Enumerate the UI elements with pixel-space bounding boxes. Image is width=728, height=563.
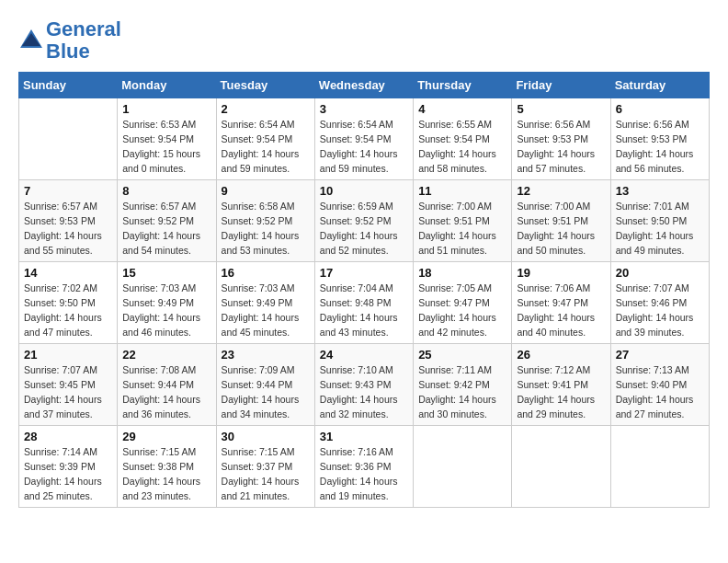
day-info: Sunrise: 7:07 AMSunset: 9:46 PMDaylight:… — [616, 282, 704, 339]
logo-text: General Blue — [46, 18, 121, 63]
day-cell: 21Sunrise: 7:07 AMSunset: 9:45 PMDayligh… — [19, 344, 118, 426]
day-info: Sunrise: 7:11 AMSunset: 9:42 PMDaylight:… — [418, 363, 506, 421]
day-cell: 22Sunrise: 7:08 AMSunset: 9:44 PMDayligh… — [118, 344, 216, 426]
week-row: 1Sunrise: 6:53 AMSunset: 9:54 PMDaylight… — [19, 98, 710, 180]
day-number: 16 — [222, 266, 310, 280]
week-row: 28Sunrise: 7:14 AMSunset: 9:39 PMDayligh… — [19, 426, 710, 508]
day-cell — [414, 426, 512, 508]
svg-marker-1 — [22, 33, 40, 46]
day-number: 8 — [122, 184, 210, 198]
day-number: 17 — [320, 266, 408, 280]
day-cell: 24Sunrise: 7:10 AMSunset: 9:43 PMDayligh… — [314, 344, 413, 426]
day-cell — [19, 98, 118, 180]
day-info: Sunrise: 7:15 AMSunset: 9:37 PMDaylight:… — [222, 445, 310, 503]
day-info: Sunrise: 7:04 AMSunset: 9:48 PMDaylight:… — [320, 282, 408, 339]
day-cell — [610, 426, 709, 508]
day-number: 11 — [418, 184, 506, 198]
day-info: Sunrise: 7:03 AMSunset: 9:49 PMDaylight:… — [122, 282, 210, 339]
day-number: 7 — [24, 184, 112, 198]
day-number: 26 — [517, 348, 605, 362]
day-info: Sunrise: 7:14 AMSunset: 9:39 PMDaylight:… — [24, 445, 112, 503]
day-number: 3 — [320, 102, 408, 116]
day-cell: 25Sunrise: 7:11 AMSunset: 9:42 PMDayligh… — [414, 344, 512, 426]
day-info: Sunrise: 7:05 AMSunset: 9:47 PMDaylight:… — [418, 282, 506, 339]
day-header: Wednesday — [314, 73, 413, 98]
day-cell: 18Sunrise: 7:05 AMSunset: 9:47 PMDayligh… — [414, 262, 512, 344]
day-cell: 17Sunrise: 7:04 AMSunset: 9:48 PMDayligh… — [314, 262, 413, 344]
day-number: 10 — [320, 184, 408, 198]
day-cell: 29Sunrise: 7:15 AMSunset: 9:38 PMDayligh… — [118, 426, 216, 508]
day-cell: 7Sunrise: 6:57 AMSunset: 9:53 PMDaylight… — [19, 180, 118, 262]
day-cell: 19Sunrise: 7:06 AMSunset: 9:47 PMDayligh… — [512, 262, 610, 344]
day-info: Sunrise: 7:13 AMSunset: 9:40 PMDaylight:… — [616, 363, 704, 421]
day-cell: 16Sunrise: 7:03 AMSunset: 9:49 PMDayligh… — [216, 262, 314, 344]
day-cell: 1Sunrise: 6:53 AMSunset: 9:54 PMDaylight… — [118, 98, 216, 180]
day-info: Sunrise: 7:01 AMSunset: 9:50 PMDaylight:… — [616, 200, 704, 258]
day-info: Sunrise: 6:57 AMSunset: 9:52 PMDaylight:… — [122, 200, 210, 258]
day-info: Sunrise: 6:54 AMSunset: 9:54 PMDaylight:… — [222, 118, 310, 176]
day-info: Sunrise: 6:53 AMSunset: 9:54 PMDaylight:… — [122, 118, 210, 176]
day-info: Sunrise: 7:08 AMSunset: 9:44 PMDaylight:… — [122, 363, 210, 421]
week-row: 7Sunrise: 6:57 AMSunset: 9:53 PMDaylight… — [19, 180, 710, 262]
day-number: 13 — [616, 184, 704, 198]
logo-icon — [18, 28, 44, 53]
day-cell: 10Sunrise: 6:59 AMSunset: 9:52 PMDayligh… — [314, 180, 413, 262]
day-info: Sunrise: 6:54 AMSunset: 9:54 PMDaylight:… — [320, 118, 408, 176]
day-info: Sunrise: 7:00 AMSunset: 9:51 PMDaylight:… — [418, 200, 506, 258]
day-cell: 13Sunrise: 7:01 AMSunset: 9:50 PMDayligh… — [610, 180, 709, 262]
day-cell: 6Sunrise: 6:56 AMSunset: 9:53 PMDaylight… — [610, 98, 709, 180]
day-info: Sunrise: 7:03 AMSunset: 9:49 PMDaylight:… — [222, 282, 310, 339]
day-header: Sunday — [19, 73, 118, 98]
day-cell: 8Sunrise: 6:57 AMSunset: 9:52 PMDaylight… — [118, 180, 216, 262]
day-cell: 20Sunrise: 7:07 AMSunset: 9:46 PMDayligh… — [610, 262, 709, 344]
day-number: 9 — [222, 184, 310, 198]
day-cell: 2Sunrise: 6:54 AMSunset: 9:54 PMDaylight… — [216, 98, 314, 180]
day-cell: 28Sunrise: 7:14 AMSunset: 9:39 PMDayligh… — [19, 426, 118, 508]
week-row: 14Sunrise: 7:02 AMSunset: 9:50 PMDayligh… — [19, 262, 710, 344]
day-info: Sunrise: 7:02 AMSunset: 9:50 PMDaylight:… — [24, 282, 112, 339]
day-cell: 27Sunrise: 7:13 AMSunset: 9:40 PMDayligh… — [610, 344, 709, 426]
day-number: 30 — [222, 430, 310, 443]
day-number: 5 — [517, 102, 605, 116]
day-number: 24 — [320, 348, 408, 362]
day-cell: 15Sunrise: 7:03 AMSunset: 9:49 PMDayligh… — [118, 262, 216, 344]
day-number: 15 — [122, 266, 210, 280]
day-number: 31 — [320, 430, 408, 443]
day-info: Sunrise: 6:55 AMSunset: 9:54 PMDaylight:… — [418, 118, 506, 176]
day-header: Tuesday — [216, 73, 314, 98]
day-cell: 3Sunrise: 6:54 AMSunset: 9:54 PMDaylight… — [314, 98, 413, 180]
day-number: 4 — [418, 102, 506, 116]
day-header: Thursday — [414, 73, 512, 98]
header-row: SundayMondayTuesdayWednesdayThursdayFrid… — [19, 73, 710, 98]
day-cell: 14Sunrise: 7:02 AMSunset: 9:50 PMDayligh… — [19, 262, 118, 344]
day-header: Friday — [512, 73, 610, 98]
day-info: Sunrise: 7:16 AMSunset: 9:36 PMDaylight:… — [320, 445, 408, 503]
day-cell: 5Sunrise: 6:56 AMSunset: 9:53 PMDaylight… — [512, 98, 610, 180]
day-number: 18 — [418, 266, 506, 280]
day-number: 12 — [517, 184, 605, 198]
day-cell: 31Sunrise: 7:16 AMSunset: 9:36 PMDayligh… — [314, 426, 413, 508]
day-number: 20 — [616, 266, 704, 280]
page-header: General Blue — [18, 18, 710, 63]
day-info: Sunrise: 6:56 AMSunset: 9:53 PMDaylight:… — [616, 118, 704, 176]
calendar-table: SundayMondayTuesdayWednesdayThursdayFrid… — [18, 72, 710, 508]
day-header: Monday — [118, 73, 216, 98]
day-info: Sunrise: 7:10 AMSunset: 9:43 PMDaylight:… — [320, 363, 408, 421]
week-row: 21Sunrise: 7:07 AMSunset: 9:45 PMDayligh… — [19, 344, 710, 426]
day-number: 21 — [24, 348, 112, 362]
day-info: Sunrise: 6:59 AMSunset: 9:52 PMDaylight:… — [320, 200, 408, 258]
day-number: 6 — [616, 102, 704, 116]
day-cell: 11Sunrise: 7:00 AMSunset: 9:51 PMDayligh… — [414, 180, 512, 262]
day-info: Sunrise: 7:15 AMSunset: 9:38 PMDaylight:… — [122, 445, 210, 503]
day-header: Saturday — [610, 73, 709, 98]
day-info: Sunrise: 7:06 AMSunset: 9:47 PMDaylight:… — [517, 282, 605, 339]
day-number: 1 — [122, 102, 210, 116]
day-number: 19 — [517, 266, 605, 280]
day-cell: 4Sunrise: 6:55 AMSunset: 9:54 PMDaylight… — [414, 98, 512, 180]
day-number: 29 — [122, 430, 210, 443]
logo: General Blue — [18, 18, 121, 63]
day-number: 23 — [222, 348, 310, 362]
day-cell: 9Sunrise: 6:58 AMSunset: 9:52 PMDaylight… — [216, 180, 314, 262]
day-info: Sunrise: 7:07 AMSunset: 9:45 PMDaylight:… — [24, 363, 112, 421]
day-number: 25 — [418, 348, 506, 362]
